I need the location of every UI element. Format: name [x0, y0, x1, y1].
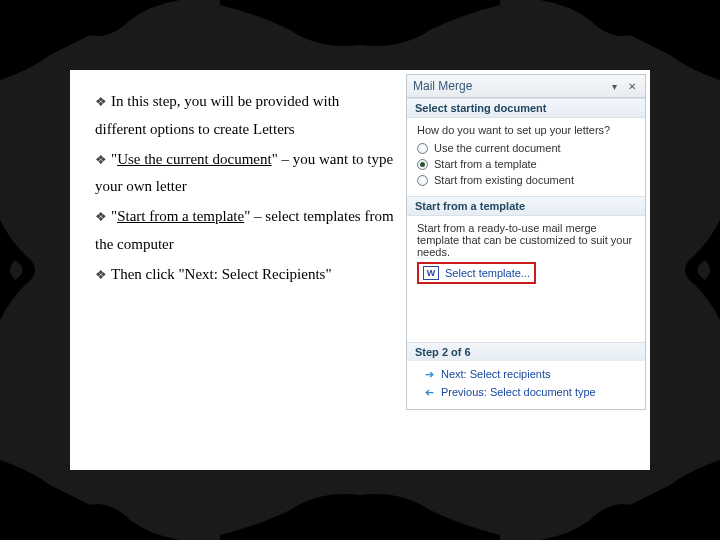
- ornament-side-icon: [660, 220, 720, 320]
- ornament-side-icon: [0, 220, 60, 320]
- bullet-diamond-icon: ❖: [95, 263, 107, 287]
- step-indicator: Step 2 of 6: [407, 342, 645, 361]
- previous-step-link[interactable]: ➔ Previous: Select document type: [407, 383, 645, 401]
- radio-use-current[interactable]: Use the current document: [417, 140, 635, 156]
- ornament-corner-icon: [540, 0, 720, 80]
- prev-label: Previous: Select document type: [441, 386, 596, 398]
- bullet-4-text: Then click "Next: Select Recipients": [111, 266, 332, 282]
- bullet-diamond-icon: ❖: [95, 205, 107, 229]
- bullet-2-underline: Use the current document: [117, 151, 272, 167]
- arrow-left-icon: ➔: [423, 386, 435, 398]
- slide-content: ❖In this step, you will be provided with…: [70, 70, 650, 470]
- instruction-text: ❖In this step, you will be provided with…: [70, 70, 406, 470]
- bullet-3-underline: Start from a template: [117, 208, 244, 224]
- close-button[interactable]: ✕: [625, 79, 639, 93]
- section-heading-start-template: Start from a template: [407, 196, 645, 216]
- word-doc-icon: W: [423, 266, 439, 280]
- bullet-diamond-icon: ❖: [95, 148, 107, 172]
- pane-title: Mail Merge: [413, 79, 603, 93]
- ornament-edge-icon: [220, 480, 500, 540]
- next-step-link[interactable]: ➔ Next: Select recipients: [407, 365, 645, 383]
- ornament-corner-icon: [0, 0, 180, 80]
- bullet-diamond-icon: ❖: [95, 90, 107, 114]
- ornament-edge-icon: [220, 0, 500, 60]
- section-heading-select-starting: Select starting document: [407, 98, 645, 118]
- radio-label: Start from a template: [434, 158, 537, 170]
- bullet-1-text: In this step, you will be provided with …: [95, 93, 339, 137]
- arrow-right-icon: ➔: [423, 368, 435, 380]
- radio-start-existing[interactable]: Start from existing document: [417, 172, 635, 188]
- select-template-highlight: W Select template...: [417, 262, 536, 284]
- pane-header: Mail Merge ▾ ✕: [407, 75, 645, 98]
- mail-merge-pane: Mail Merge ▾ ✕ Select starting document …: [406, 74, 646, 410]
- dropdown-button[interactable]: ▾: [607, 79, 621, 93]
- select-template-link[interactable]: Select template...: [445, 267, 530, 279]
- radio-start-template[interactable]: Start from a template: [417, 156, 635, 172]
- ornament-corner-icon: [540, 460, 720, 540]
- section-question: How do you want to set up your letters?: [417, 124, 635, 136]
- radio-icon: [417, 159, 428, 170]
- radio-label: Use the current document: [434, 142, 561, 154]
- next-label: Next: Select recipients: [441, 368, 550, 380]
- section-description: Start from a ready-to-use mail merge tem…: [417, 222, 635, 258]
- radio-icon: [417, 175, 428, 186]
- radio-label: Start from existing document: [434, 174, 574, 186]
- ornament-corner-icon: [0, 460, 180, 540]
- radio-icon: [417, 143, 428, 154]
